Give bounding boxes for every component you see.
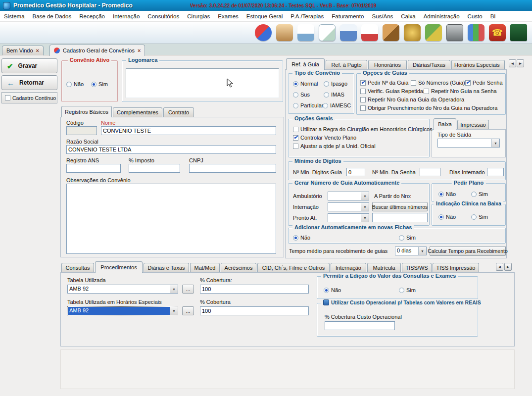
chevron-down-icon[interactable] bbox=[361, 192, 369, 200]
checkbox-obrigar-preenchimento[interactable]: Obrigar Preenchimento do Nro da Guia na … bbox=[360, 105, 497, 111]
menu-custo[interactable]: Custo bbox=[464, 11, 486, 22]
billing-icon[interactable] bbox=[404, 24, 421, 41]
radio-ipasgo[interactable]: Ipasgo bbox=[324, 81, 347, 87]
menu-caixa[interactable]: Caixa bbox=[397, 11, 419, 22]
cadastro-continuo-checkbox[interactable]: Cadastro Contínuo bbox=[1, 92, 57, 103]
radio-iamesc[interactable]: IAMESC bbox=[323, 102, 351, 108]
pronto-at-combo[interactable] bbox=[328, 213, 369, 222]
ambulance-icon[interactable] bbox=[361, 24, 378, 41]
cobertura-field[interactable] bbox=[200, 285, 309, 294]
internacao-combo[interactable] bbox=[328, 202, 369, 211]
tab-mat-med[interactable]: Mat/Med bbox=[190, 263, 220, 273]
min-senha-field[interactable] bbox=[420, 168, 440, 176]
a-partir-nro-field[interactable] bbox=[372, 213, 428, 222]
menu-internacao[interactable]: Internação bbox=[109, 11, 144, 22]
imposto-field[interactable] bbox=[129, 164, 180, 173]
menu-faturamento[interactable]: Faturamento bbox=[328, 11, 368, 22]
bed-icon[interactable] bbox=[340, 24, 357, 41]
tab-cadastro-convenios[interactable]: Cadastro Geral de Convênios × bbox=[49, 45, 145, 56]
patients-icon[interactable] bbox=[276, 24, 293, 41]
tab-procedimentos[interactable]: Procedimentos bbox=[95, 261, 143, 273]
checkbox-verific-repetidas[interactable]: Verific. Guias Repetidas bbox=[360, 88, 426, 94]
codigo-field[interactable] bbox=[66, 126, 97, 135]
retornar-button[interactable]: ← Retornar bbox=[1, 75, 57, 90]
menu-recepcao[interactable]: Recepção bbox=[75, 11, 109, 22]
gravar-button[interactable]: ✔ Gravar bbox=[1, 58, 57, 73]
checkbox-ajustar-qtde[interactable]: Ajustar a qtde p/ a Unid. Oficial bbox=[293, 143, 376, 149]
tab-tiss-impressao[interactable]: TISS Impressão bbox=[433, 263, 479, 273]
min-digitos-guia-field[interactable] bbox=[346, 168, 365, 176]
tabela-browse-button[interactable]: ... bbox=[182, 285, 194, 294]
tab-ref-guia[interactable]: Ref. à Guia bbox=[286, 58, 325, 70]
doctor-icon[interactable] bbox=[297, 24, 314, 41]
menu-sistema[interactable]: Sistema bbox=[0, 11, 29, 22]
menu-administracao[interactable]: Administração bbox=[420, 11, 464, 22]
radio-normal[interactable]: Normal bbox=[293, 81, 318, 87]
tab-scroll-left-button[interactable]: ◄ bbox=[509, 59, 516, 67]
chevron-down-icon[interactable] bbox=[361, 203, 369, 211]
checkbox-controlar-vencto[interactable]: Controlar Vencto Plano bbox=[293, 135, 356, 141]
tabela-especiais-browse-button[interactable]: ... bbox=[182, 306, 194, 315]
tab-diarias-e-taxas[interactable]: Diárias e Taxas bbox=[144, 263, 189, 273]
radio-adicionar-sim[interactable]: Sim bbox=[399, 235, 416, 241]
menu-base-de-dados[interactable]: Base de Dados bbox=[29, 11, 76, 22]
checkbox-pedir-numero-guia[interactable]: Pedir Nº da Guia bbox=[360, 80, 408, 86]
radio-imas[interactable]: IMAS bbox=[324, 92, 344, 98]
app-icon[interactable] bbox=[3, 2, 10, 9]
tab-cid-chs-filme[interactable]: CID, Ch´s, Filme e Outros bbox=[257, 263, 330, 273]
bottom-tab-scroll-right-button[interactable]: ► bbox=[504, 263, 512, 271]
custo-toggle-icon[interactable] bbox=[323, 299, 329, 305]
calcular-tempo-button[interactable]: Calcular Tempo para Recebimento bbox=[430, 246, 506, 256]
radio-indicacao-nao[interactable]: Não bbox=[438, 214, 456, 220]
tempo-medio-combo[interactable]: 0 dias bbox=[395, 247, 427, 255]
tab-baixa[interactable]: Baixa bbox=[434, 118, 456, 130]
dias-internado-field[interactable] bbox=[487, 168, 504, 176]
menu-bi[interactable]: BI bbox=[486, 11, 500, 22]
chevron-down-icon[interactable] bbox=[170, 285, 178, 293]
cobertura2-field[interactable] bbox=[200, 306, 309, 315]
checkbox-so-numeros[interactable]: Só Números (Guia) bbox=[411, 80, 465, 86]
menu-exames[interactable]: Exames bbox=[214, 11, 242, 22]
nome-field[interactable] bbox=[101, 126, 276, 135]
tab-impressao[interactable]: Impressão bbox=[457, 120, 489, 130]
tab-tiss-ws[interactable]: TISS/WS bbox=[402, 263, 432, 273]
tabela-especiais-combo[interactable]: AMB 92 bbox=[67, 306, 178, 315]
exams-icon[interactable] bbox=[319, 24, 336, 41]
checkbox-pedir-senha[interactable]: Pedir Senha bbox=[465, 80, 503, 86]
tab-acrescimos[interactable]: Acréscimos bbox=[221, 263, 256, 273]
tab-close-icon[interactable]: × bbox=[36, 48, 39, 53]
cnpj-field[interactable] bbox=[189, 164, 276, 173]
registro-ans-field[interactable] bbox=[66, 164, 121, 173]
menu-consultorios[interactable]: Consultórios bbox=[144, 11, 183, 22]
tab-registros-basicos[interactable]: Registros Básicos bbox=[61, 106, 112, 117]
radio-indicacao-sim[interactable]: Sim bbox=[471, 214, 488, 220]
tab-complementares[interactable]: Complementares bbox=[113, 107, 162, 117]
phone-icon[interactable]: ☎ bbox=[489, 24, 506, 41]
chevron-down-icon[interactable] bbox=[491, 139, 499, 147]
radio-permitir-nao[interactable]: Não bbox=[324, 287, 341, 293]
checkbox-repetir-operadora[interactable]: Repetir Nro Guia na Guia da Operadora bbox=[360, 97, 464, 102]
checkbox-repetir-senha[interactable]: Repetir Nro Guia na Senha bbox=[424, 88, 497, 94]
radio-convenio-sim[interactable]: Sim bbox=[91, 81, 108, 87]
radio-sus[interactable]: Sus bbox=[293, 92, 310, 98]
custo-cobertura-field[interactable] bbox=[325, 321, 395, 330]
tab-contrato[interactable]: Contrato bbox=[163, 107, 194, 117]
chevron-down-icon[interactable] bbox=[170, 307, 178, 315]
tab-diarias-taxas[interactable]: Diárias/Taxas bbox=[408, 60, 450, 70]
tipo-saida-combo[interactable] bbox=[437, 139, 500, 148]
tab-scroll-right-button[interactable]: ► bbox=[517, 59, 524, 67]
menu-sus-ans[interactable]: Sus/Ans bbox=[368, 11, 397, 22]
tab-internacao[interactable]: Internação bbox=[331, 263, 366, 273]
tab-ref-pagto[interactable]: Ref. à Pagto bbox=[326, 60, 367, 70]
ambulatorio-combo[interactable] bbox=[328, 192, 369, 200]
radio-convenio-nao[interactable]: Não bbox=[66, 81, 84, 87]
tab-honorarios[interactable]: Honorários bbox=[368, 60, 407, 70]
safe-icon[interactable] bbox=[446, 24, 463, 41]
admin-icon[interactable] bbox=[468, 24, 484, 41]
radio-permitir-sim[interactable]: Sim bbox=[399, 287, 416, 293]
menu-pa-terapias[interactable]: P.A./Terapias bbox=[287, 11, 328, 22]
bottom-tab-scroll-left-button[interactable]: ◄ bbox=[496, 263, 503, 271]
sync-icon[interactable] bbox=[255, 24, 272, 41]
tab-matricula[interactable]: Matrícula bbox=[367, 263, 401, 273]
susans-icon[interactable] bbox=[425, 24, 442, 41]
